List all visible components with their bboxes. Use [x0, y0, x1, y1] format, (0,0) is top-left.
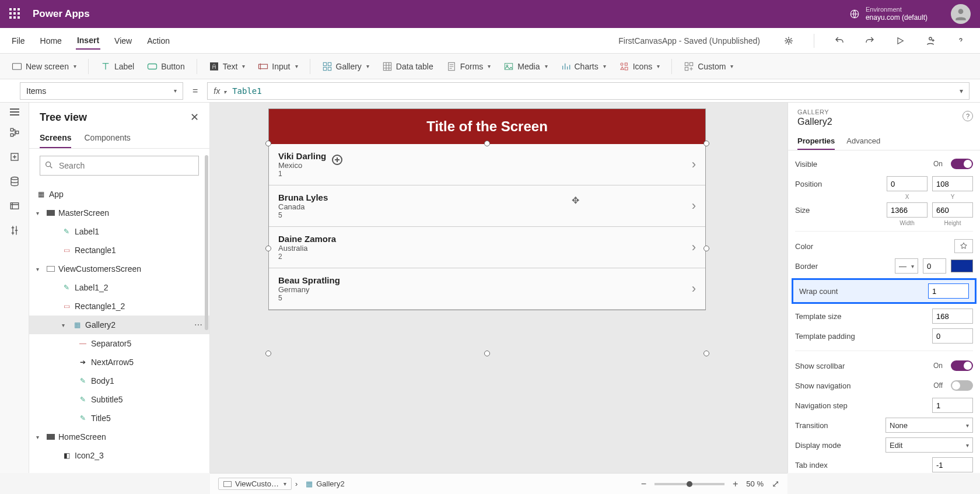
button-button[interactable]: Button: [146, 59, 186, 74]
gallery-row[interactable]: Viki DarlingMexico1›: [269, 144, 705, 185]
search-input[interactable]: [40, 156, 199, 176]
new-screen-button[interactable]: New screen▾: [10, 59, 78, 74]
selection-handle[interactable]: [265, 141, 271, 146]
tab-index-input[interactable]: [932, 457, 973, 472]
custom-menu[interactable]: Custom▾: [682, 59, 734, 74]
datatable-button[interactable]: Data table: [381, 59, 435, 74]
selection-handle[interactable]: [265, 246, 271, 251]
navigation-step-input[interactable]: [932, 398, 973, 413]
media-menu[interactable]: Media▾: [502, 59, 548, 74]
redo-icon[interactable]: [861, 32, 878, 50]
scrollbar-toggle[interactable]: [951, 360, 973, 371]
formula-expand-icon[interactable]: ▾: [960, 87, 963, 95]
tree-title5[interactable]: ✎Title5: [29, 409, 209, 428]
tree-view-icon[interactable]: [9, 127, 20, 140]
tree-homescreen[interactable]: ▾HomeScreen: [29, 428, 209, 446]
design-canvas[interactable]: Title of the Screen Viki DarlingMexico1›…: [210, 103, 788, 473]
tree-gallery2[interactable]: ▾▦Gallery2⋯: [29, 316, 209, 334]
tree-app-node[interactable]: ▦App: [29, 185, 209, 204]
chevron-right-icon[interactable]: ›: [692, 281, 696, 296]
tab-components[interactable]: Components: [84, 128, 130, 148]
menu-action[interactable]: Action: [146, 33, 171, 49]
formula-value[interactable]: Table1: [232, 86, 262, 96]
tree-rectangle1-2[interactable]: ▭Rectangle1_2: [29, 297, 209, 316]
gallery-preview[interactable]: Viki DarlingMexico1› Bruna LylesCanada5›…: [269, 144, 705, 310]
app-checker-icon[interactable]: [780, 32, 797, 50]
fit-to-screen-icon[interactable]: ⤢: [772, 478, 779, 489]
tree-nextarrow5[interactable]: ➔NextArrow5: [29, 353, 209, 372]
chevron-right-icon[interactable]: ›: [692, 240, 696, 255]
selection-handle[interactable]: [484, 351, 490, 356]
width-input[interactable]: [887, 202, 928, 218]
template-size-input[interactable]: [932, 309, 973, 324]
gallery-row[interactable]: Beau SpratlingGermany5›: [269, 268, 705, 310]
menu-view[interactable]: View: [113, 33, 133, 49]
tree-body1[interactable]: ✎Body1: [29, 372, 209, 390]
color-picker-button[interactable]: [954, 239, 973, 253]
undo-icon[interactable]: [831, 32, 848, 50]
tree-rectangle1[interactable]: ▭Rectangle1: [29, 241, 209, 260]
gallery-row[interactable]: Bruna LylesCanada5›: [269, 185, 705, 227]
app-launcher-icon[interactable]: [9, 8, 21, 20]
tab-advanced[interactable]: Advanced: [846, 133, 880, 150]
zoom-slider[interactable]: [654, 483, 724, 485]
visible-toggle[interactable]: [951, 159, 973, 169]
help-icon[interactable]: [952, 32, 970, 50]
tree-label1[interactable]: ✎Label1: [29, 222, 209, 241]
charts-menu[interactable]: Charts▾: [559, 59, 607, 74]
tab-screens[interactable]: Screens: [40, 128, 71, 148]
hamburger-icon[interactable]: [10, 108, 19, 115]
wrap-count-input[interactable]: [928, 283, 969, 299]
template-padding-input[interactable]: [932, 328, 973, 344]
breadcrumb-screen[interactable]: ViewCusto…▾: [218, 478, 292, 490]
border-style-select[interactable]: —▾: [895, 258, 918, 274]
selection-handle[interactable]: [484, 141, 490, 146]
zoom-in-button[interactable]: +: [733, 479, 738, 489]
forms-menu[interactable]: Forms▾: [445, 59, 492, 74]
more-icon[interactable]: ⋯: [194, 320, 204, 330]
tree-masterscreen[interactable]: ▾MasterScreen: [29, 204, 209, 222]
chevron-right-icon[interactable]: ›: [692, 198, 696, 213]
selection-handle[interactable]: [265, 351, 271, 356]
icons-menu[interactable]: Icons▾: [618, 59, 661, 74]
close-icon[interactable]: ✕: [190, 111, 199, 124]
user-avatar[interactable]: [951, 4, 971, 24]
selection-handle[interactable]: [704, 246, 709, 251]
border-width-input[interactable]: [923, 258, 946, 274]
zoom-out-button[interactable]: −: [641, 479, 646, 489]
menu-insert[interactable]: Insert: [76, 32, 100, 50]
media-pane-icon[interactable]: [9, 201, 20, 213]
tree-label1-2[interactable]: ✎Label1_2: [29, 278, 209, 297]
insert-pane-icon[interactable]: [9, 152, 20, 164]
help-icon[interactable]: ?: [963, 111, 973, 121]
border-color-swatch[interactable]: [951, 260, 973, 272]
text-menu[interactable]: 🅰Text▾: [208, 59, 247, 74]
advanced-tools-icon[interactable]: [10, 225, 19, 238]
tree-separator5[interactable]: —Separator5: [29, 334, 209, 353]
gallery-menu[interactable]: Gallery▾: [321, 59, 370, 74]
breadcrumb-selected[interactable]: ▦Gallery2: [301, 478, 349, 489]
position-y-input[interactable]: [932, 176, 973, 191]
gallery-row[interactable]: Daine ZamoraAustralia2›: [269, 227, 705, 268]
data-icon[interactable]: [9, 176, 20, 189]
environment-selector[interactable]: Environment enayu.com (default): [849, 6, 928, 22]
label-button[interactable]: Label: [99, 59, 135, 74]
navigation-toggle[interactable]: [951, 380, 973, 391]
height-input[interactable]: [932, 202, 973, 218]
tab-properties[interactable]: Properties: [797, 133, 835, 150]
display-mode-select[interactable]: Edit▾: [886, 437, 973, 453]
scrollbar[interactable]: [205, 155, 208, 330]
play-icon[interactable]: [891, 32, 909, 50]
tree-icon2-3[interactable]: ◧Icon2_3: [29, 446, 209, 465]
template-edit-icon[interactable]: [332, 155, 342, 165]
property-selector[interactable]: Items ▾: [20, 82, 183, 100]
share-icon[interactable]: [922, 32, 939, 50]
selection-handle[interactable]: [704, 351, 709, 356]
fx-icon[interactable]: fx ▾: [214, 86, 226, 96]
menu-home[interactable]: Home: [39, 33, 63, 49]
position-x-input[interactable]: [887, 176, 928, 191]
tree-subtitle5[interactable]: ✎Subtitle5: [29, 390, 209, 409]
selection-handle[interactable]: [704, 141, 709, 146]
menu-file[interactable]: File: [10, 33, 26, 49]
transition-select[interactable]: None▾: [886, 418, 973, 433]
